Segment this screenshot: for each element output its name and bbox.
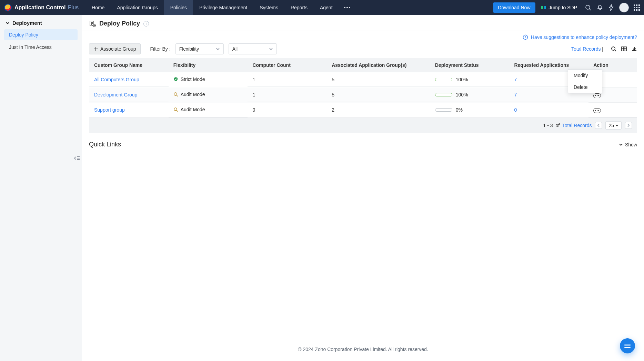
svg-line-25 xyxy=(615,50,616,51)
page-header: Deploy Policy i xyxy=(82,15,644,31)
export-icon[interactable] xyxy=(632,46,637,52)
sidebar-item-deploy-policy[interactable]: Deploy Policy xyxy=(4,29,78,40)
nav-application-groups[interactable]: Application Groups xyxy=(111,0,164,15)
sidebar-collapse-button[interactable] xyxy=(72,153,82,163)
suggestion-link[interactable]: Have suggestions to enhance policy deplo… xyxy=(523,34,637,40)
svg-rect-15 xyxy=(638,9,640,11)
svg-rect-12 xyxy=(638,7,640,8)
filter-value-select[interactable]: All xyxy=(229,43,277,54)
page-size-value: 25 xyxy=(608,123,614,128)
quick-actions-icon[interactable] xyxy=(608,4,614,11)
th-computer-count[interactable]: Computer Count xyxy=(248,58,327,72)
user-avatar[interactable] xyxy=(619,3,629,12)
associate-group-label: Associate Group xyxy=(100,46,136,52)
page-range: 1 - 3 of Total Records xyxy=(543,123,592,128)
page-footer: © 2024 Zoho Corporation Private Limited.… xyxy=(82,340,644,361)
total-records-link[interactable]: Total Records xyxy=(571,46,601,52)
nav-systems[interactable]: Systems xyxy=(253,0,284,15)
svg-line-33 xyxy=(177,110,178,112)
svg-marker-34 xyxy=(616,125,618,126)
nav-privilege-management[interactable]: Privilege Management xyxy=(193,0,253,15)
svg-rect-7 xyxy=(634,4,635,6)
svg-rect-26 xyxy=(622,47,626,51)
nav-agent[interactable]: Agent xyxy=(314,0,339,15)
ctx-modify[interactable]: Modify xyxy=(568,70,602,81)
table-header: Custom Group Name Flexibility Computer C… xyxy=(89,58,637,72)
nav-more-icon[interactable] xyxy=(339,0,355,15)
deploy-policy-icon xyxy=(89,20,96,27)
policy-table: Custom Group Name Flexibility Computer C… xyxy=(89,58,637,133)
svg-point-1 xyxy=(346,7,348,8)
flexibility-mode: Audit Mode xyxy=(181,107,205,112)
assoc-group-count: 2 xyxy=(327,103,430,117)
deploy-progress-label: 100% xyxy=(456,92,468,97)
row-actions-button[interactable] xyxy=(593,93,601,98)
deploy-progress-bar xyxy=(435,108,452,112)
shield-icon xyxy=(173,77,178,82)
chevron-down-icon xyxy=(216,47,220,51)
svg-point-32 xyxy=(174,108,177,111)
group-name-link[interactable]: Support group xyxy=(94,107,125,113)
global-search-icon[interactable] xyxy=(585,4,592,11)
sidebar-item-jit-access[interactable]: Just In Time Access xyxy=(4,42,78,53)
brand-suffix: Plus xyxy=(68,4,79,10)
th-assoc-groups[interactable]: Associated Application Group(s) xyxy=(327,58,430,72)
assoc-group-count: 5 xyxy=(327,88,430,102)
svg-rect-9 xyxy=(638,4,640,6)
svg-point-30 xyxy=(174,93,177,95)
suggestion-icon xyxy=(523,34,528,40)
table-search-icon[interactable] xyxy=(611,46,616,52)
deploy-progress-bar xyxy=(435,93,452,96)
page-range-of: of xyxy=(556,123,560,128)
download-now-button[interactable]: Download Now xyxy=(493,2,535,13)
flexibility-mode: Strict Mode xyxy=(181,76,205,82)
th-deploy-status[interactable]: Deployment Status xyxy=(430,58,510,72)
column-settings-icon[interactable] xyxy=(621,46,627,52)
brand-logo-icon xyxy=(4,4,12,11)
brand[interactable]: Application Control Plus xyxy=(4,4,85,11)
footer-total-records-link[interactable]: Total Records xyxy=(562,123,592,128)
th-group-name[interactable]: Custom Group Name xyxy=(89,58,169,72)
svg-rect-8 xyxy=(636,4,637,6)
filter-field-select[interactable]: Flexibility xyxy=(175,43,224,54)
filter-value-text: All xyxy=(232,46,238,52)
quick-links-toggle[interactable]: Show xyxy=(619,142,637,147)
sdp-icon xyxy=(541,5,546,10)
computer-count: 1 xyxy=(248,88,327,102)
requested-apps-link[interactable]: 0 xyxy=(514,107,517,113)
magnifier-icon xyxy=(173,107,178,112)
nav-reports[interactable]: Reports xyxy=(284,0,314,15)
sidebar-group-title: Deployment xyxy=(12,20,42,26)
requested-apps-link[interactable]: 7 xyxy=(514,92,517,97)
svg-rect-10 xyxy=(634,7,635,8)
notifications-icon[interactable] xyxy=(596,4,603,11)
help-fab-button[interactable] xyxy=(620,338,635,353)
row-actions-button[interactable] xyxy=(593,108,601,113)
jump-to-sdp-button[interactable]: Jump to SDP xyxy=(535,5,583,10)
ctx-delete[interactable]: Delete xyxy=(568,81,602,93)
th-flexibility[interactable]: Flexibility xyxy=(169,58,248,72)
nav-home[interactable]: Home xyxy=(85,0,111,15)
quick-links-title: Quick Links xyxy=(89,141,121,148)
quick-links-toggle-label: Show xyxy=(625,142,637,147)
quick-links-section: Quick Links Show xyxy=(82,133,644,151)
nav-policies[interactable]: Policies xyxy=(164,0,193,15)
apps-grid-icon[interactable] xyxy=(634,4,640,11)
next-page-button[interactable] xyxy=(625,122,632,129)
group-name-link[interactable]: All Computers Group xyxy=(94,77,139,82)
group-name-link[interactable]: Development Group xyxy=(94,92,137,97)
svg-rect-14 xyxy=(636,9,637,11)
deploy-progress-label: 100% xyxy=(456,77,468,82)
filter-field-value: Flexibility xyxy=(179,46,199,52)
chevron-down-icon xyxy=(6,21,10,25)
total-records-sep: | xyxy=(602,46,603,52)
requested-apps-link[interactable]: 7 xyxy=(514,77,517,82)
associate-group-button[interactable]: Associate Group xyxy=(89,43,141,54)
prev-page-button[interactable] xyxy=(595,122,602,129)
page-size-select[interactable]: 25 xyxy=(605,121,622,130)
sidebar-group-deployment[interactable]: Deployment xyxy=(0,15,82,29)
filter-by-label: Filter By : xyxy=(150,46,171,52)
page-info-icon[interactable]: i xyxy=(143,21,149,27)
svg-point-24 xyxy=(612,47,615,50)
assoc-group-count: 5 xyxy=(327,73,430,87)
